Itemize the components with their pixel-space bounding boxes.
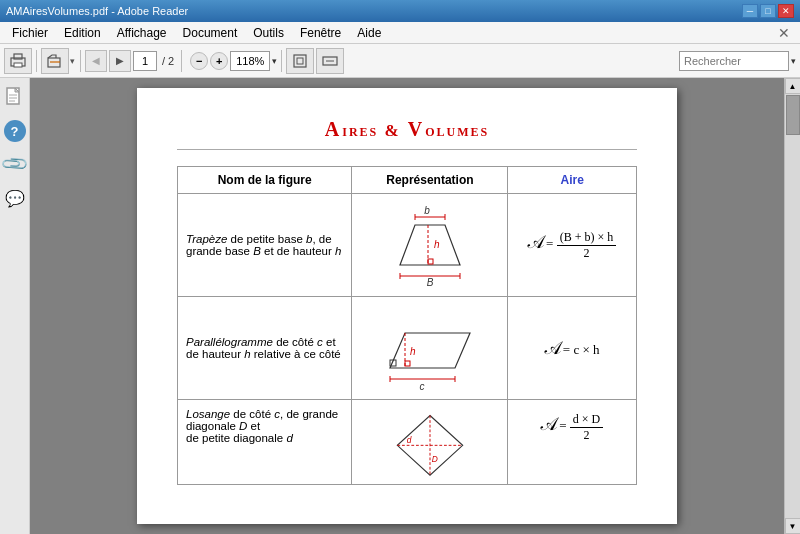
main-layout: ? 📎 💬 Aires & Volumes Nom de la figure R… [0, 78, 800, 534]
trapeze-repr: b B h [352, 194, 508, 297]
zoom-controls: − + ▾ [190, 51, 277, 71]
maximize-button[interactable]: □ [760, 4, 776, 18]
menu-affichage[interactable]: Affichage [109, 24, 175, 42]
table-row-parallelogramme: Parallélogramme de côté c et de hauteur … [178, 297, 637, 400]
close-button[interactable]: ✕ [778, 4, 794, 18]
parallelogramme-shape: h c [365, 303, 495, 393]
document-title: Aires & Volumes [177, 118, 637, 141]
print-button[interactable] [4, 48, 32, 74]
toolbar-separator-4 [281, 50, 282, 72]
col-header-aire: Aire [508, 167, 637, 194]
table-row-losange: Losange de côté c, de grande diagonale D… [178, 400, 637, 485]
parallelogramme-formula: 𝒜 = c × h [508, 297, 637, 400]
table-row-trapeze: Trapèze de petite base b, de grande base… [178, 194, 637, 297]
search-dropdown-arrow[interactable]: ▾ [791, 56, 796, 66]
document-area: Aires & Volumes Nom de la figure Représe… [30, 78, 784, 534]
losange-repr: d D [352, 400, 508, 485]
content-table: Nom de la figure Représentation Aire Tra… [177, 166, 637, 485]
col-header-repr: Représentation [352, 167, 508, 194]
right-scrollbar[interactable]: ▲ ▼ [784, 78, 800, 534]
scroll-track [785, 94, 801, 518]
open-dropdown-arrow[interactable]: ▾ [69, 56, 76, 66]
page-total: / 2 [162, 55, 174, 67]
toolbar: ▾ ◀ ▶ / 2 − + ▾ ▾ [0, 44, 800, 78]
scroll-thumb[interactable] [786, 95, 800, 135]
sidebar-icon-comment[interactable]: 💬 [3, 186, 27, 210]
next-page-button[interactable]: ▶ [109, 50, 131, 72]
title-bar: AMAiresVolumes.pdf - Adobe Reader ─ □ ✕ [0, 0, 800, 22]
title-divider [177, 149, 637, 150]
sidebar-icon-help[interactable]: ? [4, 120, 26, 142]
sidebar-icon-attachment[interactable]: 📎 [0, 147, 31, 181]
svg-marker-23 [390, 333, 470, 368]
col-header-name: Nom de la figure [178, 167, 352, 194]
left-sidebar: ? 📎 💬 [0, 78, 30, 534]
menu-edition[interactable]: Edition [56, 24, 109, 42]
fit-width-icon [322, 54, 338, 68]
toolbar-separator-3 [181, 50, 182, 72]
trapeze-formula: 𝒜 = (B + b) × h 2 [508, 194, 637, 297]
menu-document[interactable]: Document [175, 24, 246, 42]
svg-text:c: c [419, 381, 424, 392]
zoom-input[interactable] [230, 51, 270, 71]
page-number-input[interactable] [133, 51, 157, 71]
parallelogramme-name: Parallélogramme de côté c et de hauteur … [178, 297, 352, 400]
document-icon [5, 87, 25, 109]
parallelogramme-repr: h c [352, 297, 508, 400]
zoom-out-button[interactable]: − [190, 52, 208, 70]
menu-bar: Fichier Edition Affichage Document Outil… [0, 22, 800, 44]
trapeze-shape: b B h [365, 200, 495, 290]
losange-formula: 𝒜 = d × D 2 [508, 400, 637, 485]
svg-text:D: D [432, 454, 438, 464]
scroll-up-button[interactable]: ▲ [785, 78, 801, 94]
search-input[interactable] [679, 51, 789, 71]
svg-text:b: b [424, 205, 430, 216]
fit-width-button[interactable] [316, 48, 344, 74]
losange-shape: d D [380, 408, 480, 478]
window-controls: ─ □ ✕ [742, 4, 794, 18]
svg-text:h: h [410, 346, 416, 357]
menu-aide[interactable]: Aide [349, 24, 389, 42]
menu-fenetre[interactable]: Fenêtre [292, 24, 349, 42]
prev-page-button[interactable]: ◀ [85, 50, 107, 72]
svg-rect-2 [14, 63, 22, 67]
window-title: AMAiresVolumes.pdf - Adobe Reader [6, 5, 188, 17]
nav-controls: ◀ ▶ / 2 [85, 50, 177, 72]
svg-text:h: h [434, 239, 440, 250]
losange-name: Losange de côté c, de grande diagonale D… [178, 400, 352, 485]
scroll-down-button[interactable]: ▼ [785, 518, 801, 534]
print-icon [10, 53, 26, 69]
menubar-close-button[interactable]: ✕ [772, 25, 796, 41]
sidebar-icon-document[interactable] [3, 86, 27, 110]
svg-text:d: d [407, 435, 412, 445]
zoom-in-button[interactable]: + [210, 52, 228, 70]
trapeze-name: Trapèze de petite base b, de grande base… [178, 194, 352, 297]
zoom-dropdown-arrow[interactable]: ▾ [272, 56, 277, 66]
svg-rect-4 [294, 55, 306, 67]
svg-rect-5 [297, 58, 303, 64]
fit-page-button[interactable] [286, 48, 314, 74]
search-box: ▾ [679, 51, 796, 71]
fit-page-icon [292, 54, 308, 68]
menu-fichier[interactable]: Fichier [4, 24, 56, 42]
toolbar-separator-2 [80, 50, 81, 72]
pdf-page: Aires & Volumes Nom de la figure Représe… [137, 88, 677, 524]
open-button[interactable] [41, 48, 69, 74]
toolbar-separator-1 [36, 50, 37, 72]
menu-outils[interactable]: Outils [245, 24, 292, 42]
minimize-button[interactable]: ─ [742, 4, 758, 18]
svg-text:B: B [427, 277, 434, 288]
open-icon [47, 54, 63, 68]
